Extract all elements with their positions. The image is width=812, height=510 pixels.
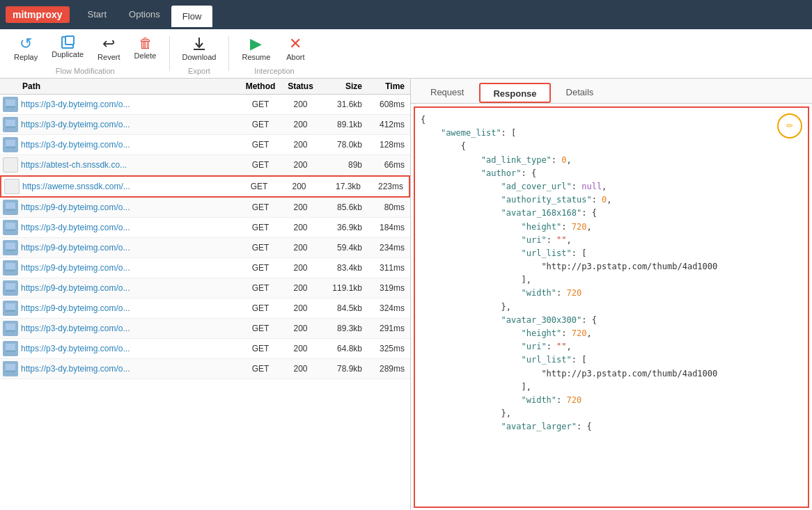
main-content: Path Method Status Size Time https://p3-… [0,79,812,510]
abort-button[interactable]: ✕ Abort [277,33,313,67]
right-panel: Request Response Details { "aweme_list":… [411,79,812,510]
nav-tab-flow[interactable]: Flow [171,6,212,27]
row-time: 608ms [365,99,410,109]
row-path: https://p9-dy.byteimg.com/o... [21,303,240,313]
svg-rect-33 [6,344,15,350]
row-size: 84.5kb [320,303,365,313]
row-size: 17.3kb [318,182,364,191]
row-thumb [3,220,18,235]
row-time: 319ms [365,283,410,293]
top-nav: mitmproxy Start Options Flow [0,0,812,29]
row-path: https://p3-dy.byteimg.com/o... [21,364,240,374]
row-size: 119.1kb [320,283,365,293]
resume-button[interactable]: ▶ Resume [235,33,277,67]
row-path: https://p9-dy.byteimg.com/o... [21,263,240,273]
table-row[interactable]: https://abtest-ch.snssdk.co...GET20089b6… [0,155,410,175]
row-thumb [3,301,18,316]
row-size: 89b [320,160,365,170]
table-row[interactable]: https://p3-dy.byteimg.com/o...GET20064.8… [0,339,410,359]
row-method: GET [240,344,281,353]
flow-rows: https://p3-dy.byteimg.com/o...GET20031.6… [0,95,410,510]
row-thumb [3,137,18,152]
table-row[interactable]: https://p3-dy.byteimg.com/o...GET20089.1… [0,115,410,135]
row-time: 184ms [365,223,410,232]
table-row[interactable]: https://p3-dy.byteimg.com/o...GET20078.9… [0,359,410,379]
table-row[interactable]: https://p3-dy.byteimg.com/o...GET20031.6… [0,95,410,115]
header-time: Time [365,81,410,91]
table-row[interactable]: https://p9-dy.byteimg.com/o...GET20084.5… [0,298,410,319]
header-method: Method [240,81,281,91]
flow-modification-label: Flow Modification [7,67,164,78]
duplicate-button[interactable]: Duplicate [45,33,91,67]
row-size: 83.4kb [320,263,365,273]
svg-rect-19 [6,250,15,251]
row-path: https://p3-dy.byteimg.com/o... [21,120,240,129]
flow-list-header: Path Method Status Size Time [0,79,410,95]
table-row[interactable]: https://aweme.snssdk.com/...GET20017.3kb… [0,175,410,198]
row-status: 200 [280,182,318,191]
row-status: 200 [281,160,320,170]
table-row[interactable]: https://p3-dy.byteimg.com/o...GET20089.3… [0,319,410,339]
row-method: GET [238,182,280,191]
row-method: GET [240,303,281,313]
svg-rect-7 [6,127,15,128]
row-path: https://p9-dy.byteimg.com/o... [21,202,240,212]
row-path: https://aweme.snssdk.com/... [22,182,238,191]
svg-rect-13 [6,209,15,211]
download-button[interactable]: Download [175,33,224,67]
table-row[interactable]: https://p3-dy.byteimg.com/o...GET20036.9… [0,218,410,238]
table-row[interactable]: https://p9-dy.byteimg.com/o...GET20059.4… [0,238,410,258]
row-time: 80ms [365,202,410,212]
svg-rect-10 [6,147,15,148]
row-status: 200 [281,344,320,353]
row-thumb [4,179,19,194]
row-thumb [3,321,18,336]
row-size: 89.3kb [320,324,365,333]
row-thumb [3,200,18,215]
tab-request[interactable]: Request [418,83,476,103]
row-status: 200 [281,243,320,253]
svg-rect-18 [6,243,15,249]
svg-rect-24 [6,283,15,289]
resume-icon: ▶ [250,36,262,51]
interception-label: Interception [235,67,313,78]
row-path: https://p3-dy.byteimg.com/o... [21,99,240,109]
svg-rect-3 [6,99,15,106]
tab-response[interactable]: Response [479,83,550,103]
delete-button[interactable]: 🗑 Delete [127,33,164,67]
row-status: 200 [281,263,320,273]
nav-tab-start[interactable]: Start [77,3,118,26]
row-time: 291ms [365,324,410,333]
header-path: Path [0,81,240,91]
svg-rect-12 [6,202,15,209]
header-status: Status [281,81,320,91]
download-icon [192,36,207,51]
edit-button[interactable]: ✏ [777,113,802,138]
flow-list: Path Method Status Size Time https://p3-… [0,79,411,510]
row-time: 289ms [365,364,410,374]
svg-rect-15 [6,223,15,229]
row-thumb [3,280,18,296]
table-row[interactable]: https://p9-dy.byteimg.com/o...GET200119.… [0,278,410,298]
svg-rect-27 [6,303,15,310]
row-method: GET [240,283,281,293]
row-path: https://p9-dy.byteimg.com/o... [21,243,240,253]
row-time: 66ms [365,160,410,170]
row-method: GET [240,160,281,170]
row-method: GET [240,223,281,232]
svg-rect-31 [6,330,15,332]
row-path: https://p3-dy.byteimg.com/o... [21,344,240,353]
revert-button[interactable]: ↩ Revert [91,33,127,67]
replay-icon: ↺ [19,36,32,51]
nav-tab-options[interactable]: Options [118,3,171,26]
row-method: GET [240,140,281,150]
row-status: 200 [281,223,320,232]
table-row[interactable]: https://p3-dy.byteimg.com/o...GET20078.0… [0,135,410,155]
tab-details[interactable]: Details [554,83,607,103]
json-response-text: { "aweme_list": [ { "ad_link_type": 0, "… [421,113,802,434]
table-row[interactable]: https://p9-dy.byteimg.com/o...GET20085.6… [0,198,410,218]
table-row[interactable]: https://p9-dy.byteimg.com/o...GET20083.4… [0,258,410,278]
row-method: GET [240,364,281,374]
replay-button[interactable]: ↺ Replay [7,33,45,67]
row-status: 200 [281,283,320,293]
